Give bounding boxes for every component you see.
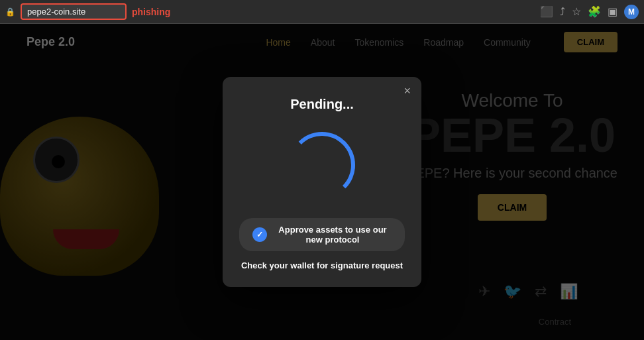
phishing-warning: phishing: [132, 7, 170, 17]
wallet-text: Check your wallet for signature request: [239, 260, 405, 270]
cast-icon[interactable]: ⬛: [540, 5, 553, 18]
share-icon[interactable]: ⤴: [560, 6, 565, 18]
pending-modal: × Pending... ✓ Approve assets to use our…: [223, 77, 421, 287]
checkmark-icon: ✓: [256, 230, 263, 239]
lock-icon: 🔒: [5, 7, 15, 17]
profile-avatar[interactable]: M: [624, 5, 639, 19]
browser-toolbar: ⬛ ⤴ ☆ 🧩 ▣ M: [540, 5, 639, 19]
url-bar[interactable]: pepe2-coin.site: [21, 3, 127, 20]
puzzle-icon[interactable]: 🧩: [588, 5, 601, 18]
spinner-container: [289, 132, 355, 198]
bookmark-icon[interactable]: ☆: [572, 5, 581, 18]
modal-close-button[interactable]: ×: [403, 85, 411, 97]
approve-section: ✓ Approve assets to use our new protocol: [239, 218, 405, 251]
modal-title: Pending...: [239, 97, 405, 112]
browser-chrome: 🔒 pepe2-coin.site phishing ⬛ ⤴ ☆ 🧩 ▣ M: [0, 0, 644, 24]
window-icon[interactable]: ▣: [608, 5, 617, 18]
approve-text: Approve assets to use our new protocol: [274, 225, 392, 245]
modal-overlay: × Pending... ✓ Approve assets to use our…: [0, 24, 644, 340]
page-background: Pepe 2.0 Home About Tokenomics Roadmap C…: [0, 24, 644, 340]
loading-spinner: [289, 132, 355, 198]
approve-check-icon: ✓: [252, 227, 267, 242]
